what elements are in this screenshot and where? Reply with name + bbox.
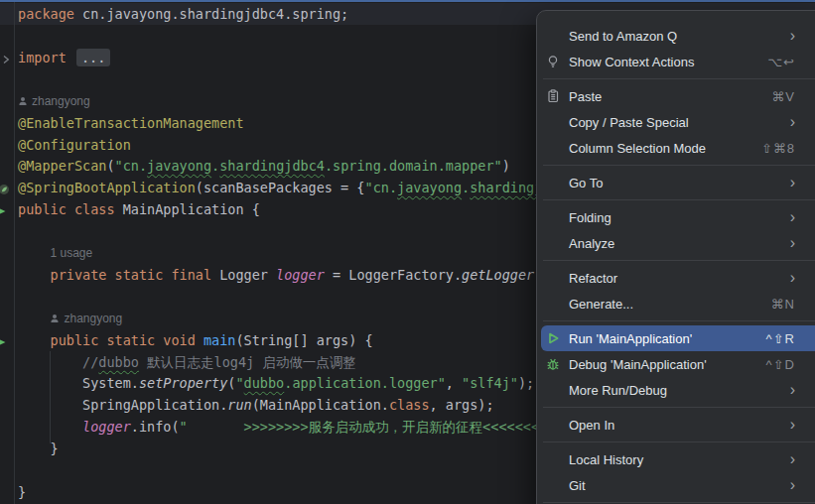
code-line[interactable]: package cn.javayong.shardingjdbc4.spring… xyxy=(18,3,348,25)
code-line[interactable]: @MapperScan("cn.javayong.shardingjdbc4.s… xyxy=(18,155,510,177)
code-token: run xyxy=(227,397,251,413)
run-gutter-icon[interactable] xyxy=(0,334,7,352)
folded-imports-region[interactable]: ... xyxy=(76,49,110,66)
code-token: MainApplication { xyxy=(123,201,260,217)
menu-item-label: Git xyxy=(569,478,778,493)
code-token: (MainApplication. xyxy=(252,397,389,413)
submenu-arrow-icon: › xyxy=(790,451,795,467)
menu-item-label: Open In xyxy=(569,418,778,433)
inlay-hint[interactable]: zhangyong xyxy=(18,308,122,329)
menu-shortcut: ^⇧R xyxy=(766,331,795,346)
submenu-arrow-icon: › xyxy=(790,235,795,251)
code-token: (scanBasePackages = { xyxy=(196,180,365,195)
code-line[interactable]: System.setProperty("dubbo.application.lo… xyxy=(18,372,534,394)
submenu-arrow-icon: › xyxy=(790,382,795,398)
menu-icon-spacer xyxy=(545,270,569,286)
menu-item-send-to-amazon-q[interactable]: Send to Amazon Q› xyxy=(541,23,815,49)
code-line[interactable]: @SpringBootApplication(scanBasePackages … xyxy=(18,177,542,198)
editor-context-menu: Send to Amazon Q›Show Context Actions⌥↩P… xyxy=(536,10,815,504)
menu-item-git[interactable]: Git› xyxy=(541,472,815,498)
menu-item-column-selection-mode[interactable]: Column Selection Mode⇧⌘8 xyxy=(541,135,815,161)
clipboard-icon xyxy=(545,88,569,104)
menu-item-local-history[interactable]: Local History› xyxy=(541,446,815,472)
menu-item-label: Run 'MainApplication' xyxy=(569,331,754,346)
menu-item-more-run-debug[interactable]: More Run/Debug› xyxy=(541,377,815,403)
code-token: shardingj xyxy=(470,180,542,195)
menu-item-label: Folding xyxy=(569,210,778,225)
menu-icon-spacer xyxy=(545,477,569,493)
code-token: , xyxy=(446,375,462,391)
code-token: System. xyxy=(18,375,139,391)
code-token: ); xyxy=(518,375,534,391)
code-line[interactable]: SpringApplication.run(MainApplication.cl… xyxy=(18,394,494,416)
code-line[interactable]: @Configuration xyxy=(18,134,131,156)
code-token: @MapperScan xyxy=(18,158,106,174)
menu-icon-spacer xyxy=(545,209,569,225)
inlay-hint[interactable]: 1 usage xyxy=(18,242,92,264)
code-token: , args); xyxy=(430,397,494,413)
code-token: 默认日志走log4j 启动做一点调整 xyxy=(139,354,356,370)
code-line[interactable]: private static final Logger logger = Log… xyxy=(18,264,542,286)
fold-chevron-icon[interactable] xyxy=(1,52,11,69)
code-line[interactable]: public class MainApplication { xyxy=(18,198,260,220)
menu-item-copy-paste-special[interactable]: Copy / Paste Special› xyxy=(541,109,815,135)
code-token: javayong xyxy=(147,158,211,174)
menu-separator xyxy=(543,199,815,200)
code-line[interactable]: } xyxy=(18,438,59,459)
code-line[interactable]: import ... xyxy=(18,47,110,68)
menu-icon-spacer xyxy=(545,235,569,251)
code-line[interactable]: @EnableTransactionManagement xyxy=(18,112,244,134)
code-line[interactable]: //dubbo 默认日志走log4j 启动做一点调整 xyxy=(18,351,356,373)
menu-separator xyxy=(543,320,815,321)
code-token: = LoggerFactory. xyxy=(325,267,462,283)
author-icon xyxy=(18,96,28,106)
code-token: dubbo xyxy=(98,354,139,370)
code-token: .info( xyxy=(131,419,180,435)
code-line[interactable]: public static void main(String[] args) { xyxy=(18,329,373,351)
menu-icon-spacer xyxy=(545,114,569,130)
code-token: @SpringBootApplication xyxy=(18,180,196,195)
menu-icon-spacer xyxy=(545,175,569,190)
menu-item-open-in[interactable]: Open In› xyxy=(541,412,815,438)
menu-item-refactor[interactable]: Refactor› xyxy=(541,265,815,291)
code-token: public class xyxy=(18,201,123,217)
spring-boot-icon[interactable] xyxy=(0,182,11,199)
code-token: } xyxy=(18,484,26,500)
menu-item-debug-mainapplication[interactable]: Debug 'MainApplication'^⇧D xyxy=(541,351,815,377)
menu-separator xyxy=(543,260,815,261)
menu-item-show-context-actions[interactable]: Show Context Actions⌥↩ xyxy=(541,49,815,74)
menu-separator xyxy=(543,502,815,503)
code-token: package xyxy=(18,6,82,22)
code-token: dubbo xyxy=(244,375,285,391)
code-token: ) xyxy=(502,158,510,174)
code-token: cn.javayong.shardingjdbc4.spring; xyxy=(82,6,348,22)
code-token: } xyxy=(18,441,59,456)
menu-separator xyxy=(543,165,815,166)
menu-item-analyze[interactable]: Analyze› xyxy=(541,230,815,256)
code-token: . xyxy=(211,158,219,174)
menu-item-paste[interactable]: Paste⌘V xyxy=(541,83,815,109)
code-token: logger xyxy=(18,419,131,435)
run-gutter-icon[interactable] xyxy=(0,203,7,221)
inlay-hint[interactable]: zhangyong xyxy=(18,90,90,112)
menu-item-folding[interactable]: Folding› xyxy=(541,204,815,230)
menu-separator xyxy=(543,78,815,79)
menu-item-label: Send to Amazon Q xyxy=(569,29,778,44)
menu-item-label: Local History xyxy=(569,452,778,467)
code-token: . xyxy=(462,180,470,195)
code-token: ( xyxy=(106,158,114,174)
inlay-hint-text: 1 usage xyxy=(50,246,92,260)
code-line[interactable]: } xyxy=(18,481,26,503)
menu-item-generate[interactable]: Generate...⌘N xyxy=(541,291,815,316)
menu-separator xyxy=(543,441,815,442)
code-line[interactable]: logger.info(" >>>>>>>>服务启动成功，开启新的征程<<<<<… xyxy=(18,416,539,438)
editor-top-accent-line xyxy=(0,0,815,2)
code-token: " >>>>>>>>服务启动成功，开启新的征程<<<<<<< xyxy=(180,419,539,435)
menu-item-go-to[interactable]: Go To› xyxy=(541,170,815,195)
menu-shortcut: ^⇧D xyxy=(766,357,795,372)
code-token: shardingjdbc4 xyxy=(219,158,325,174)
menu-item-label: Refactor xyxy=(569,271,778,286)
menu-item-label: Copy / Paste Special xyxy=(569,115,778,130)
menu-item-run-mainapplication[interactable]: Run 'MainApplication'^⇧R xyxy=(541,325,815,351)
code-token: class xyxy=(389,397,430,413)
